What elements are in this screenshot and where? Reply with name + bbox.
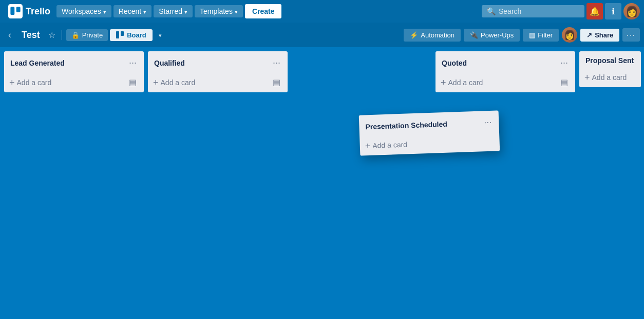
floating-list-presentation-scheduled: Presentation Scheduled ··· + Add a card <box>359 110 500 155</box>
recent-menu[interactable]: Recent <box>113 5 151 17</box>
private-label: Private <box>82 31 103 39</box>
bell-icon: 🔔 <box>590 7 600 16</box>
svg-rect-2 <box>16 7 21 12</box>
lightning-icon: ⚡ <box>410 31 418 39</box>
star-button[interactable]: ☆ <box>46 28 58 42</box>
list-qualified-header: Qualified ··· <box>148 51 288 72</box>
user-avatar[interactable]: 👩 <box>623 3 640 19</box>
board-canvas: Lead Generated ··· + Add a card ▤ Qualif… <box>0 47 644 319</box>
svg-rect-4 <box>121 31 124 36</box>
share-button[interactable]: ↗ Share <box>580 29 619 42</box>
notification-icon-button[interactable]: 🔔 <box>586 3 603 19</box>
more-options-button[interactable] <box>622 28 640 42</box>
filter-label: Filter <box>538 31 553 39</box>
add-card-proposal-sent-label: Add a card <box>592 73 627 82</box>
view-dropdown-button[interactable] <box>155 28 166 42</box>
add-card-qualified-label: Add a card <box>161 78 196 87</box>
board-view-button[interactable]: Board <box>110 29 153 41</box>
starred-chevron-icon <box>184 7 187 15</box>
floating-list-footer: + Add a card <box>359 131 500 155</box>
filter-icon: ▦ <box>529 31 535 39</box>
board-avatar[interactable]: 👩 <box>562 27 577 43</box>
list-qualified-title: Qualified <box>154 59 270 67</box>
plus-icon: + <box>9 78 15 87</box>
add-card-qualified-button[interactable]: + Add a card <box>152 76 270 89</box>
add-card-lead-generated-template-button[interactable]: ▤ <box>126 75 140 89</box>
automation-button[interactable]: ⚡ Automation <box>404 29 461 42</box>
share-icon: ↗ <box>586 31 592 39</box>
list-proposal-sent-footer: + Add a card <box>579 68 641 87</box>
info-icon-button[interactable]: ℹ <box>605 3 621 19</box>
templates-label: Templates <box>200 7 233 15</box>
list-proposal-sent-header: Proposal Sent <box>579 51 641 68</box>
list-quoted-footer: + Add a card ▤ <box>435 72 575 92</box>
list-proposal-sent: Proposal Sent + Add a card <box>579 51 641 87</box>
floating-list-title: Presentation Scheduled <box>365 118 481 131</box>
list-lead-generated-header: Lead Generated ··· <box>4 51 144 72</box>
add-card-quoted-label: Add a card <box>448 78 483 87</box>
share-label: Share <box>595 31 613 39</box>
list-quoted: Quoted ··· + Add a card ▤ <box>435 51 575 92</box>
add-card-quoted-button[interactable]: + Add a card <box>440 76 557 89</box>
plus-icon: + <box>441 78 446 87</box>
template-icon: ▤ <box>560 78 568 87</box>
search-icon: 🔍 <box>487 7 496 15</box>
starred-label: Starred <box>159 7 182 15</box>
plus-icon: + <box>584 73 590 82</box>
trello-wordmark: Trello <box>26 6 50 17</box>
svg-rect-0 <box>8 4 23 18</box>
powerups-button[interactable]: 🔌 Power-Ups <box>464 29 520 42</box>
list-lead-generated-menu-button[interactable]: ··· <box>126 56 140 69</box>
list-qualified: Qualified ··· + Add a card ▤ <box>148 51 288 92</box>
more-options-icon <box>627 31 636 39</box>
search-bar[interactable]: 🔍 Search <box>482 5 584 17</box>
add-card-proposal-sent-button[interactable]: + Add a card <box>583 71 637 84</box>
workspaces-menu[interactable]: Workspaces <box>56 5 111 17</box>
lock-icon: 🔒 <box>71 31 80 39</box>
list-lead-generated-footer: + Add a card ▤ <box>4 72 144 92</box>
list-lead-generated-title: Lead Generated <box>10 59 126 67</box>
list-quoted-menu-button[interactable]: ··· <box>557 56 571 69</box>
board-header: ‹ Test ☆ 🔒 Private Board ⚡ Automation 🔌 … <box>0 23 644 47</box>
top-nav: Trello Workspaces Recent Starred Templat… <box>0 0 644 23</box>
list-quoted-title: Quoted <box>442 59 557 67</box>
filter-button[interactable]: ▦ Filter <box>523 29 559 42</box>
board-avatar-image: 👩 <box>562 27 577 43</box>
list-qualified-menu-button[interactable]: ··· <box>270 56 283 69</box>
avatar-image: 👩 <box>623 3 640 19</box>
create-button[interactable]: Create <box>245 4 282 18</box>
add-card-qualified-template-button[interactable]: ▤ <box>270 75 283 89</box>
board-header-right: ⚡ Automation 🔌 Power-Ups ▦ Filter 👩 ↗ Sh… <box>404 27 640 43</box>
plus-icon: + <box>365 141 370 150</box>
starred-menu[interactable]: Starred <box>154 5 193 17</box>
templates-menu[interactable]: Templates <box>195 5 243 17</box>
add-card-presentation-button[interactable]: + Add a card <box>364 135 496 153</box>
header-divider <box>62 30 62 40</box>
board-view-label: Board <box>127 31 146 39</box>
private-button[interactable]: 🔒 Private <box>66 29 108 41</box>
list-lead-generated: Lead Generated ··· + Add a card ▤ <box>4 51 144 92</box>
templates-chevron-icon <box>235 7 238 15</box>
powerups-icon: 🔌 <box>470 31 478 39</box>
trello-logo[interactable]: Trello <box>4 2 54 21</box>
powerups-label: Power-Ups <box>481 31 514 39</box>
list-proposal-sent-title: Proposal Sent <box>585 56 637 65</box>
template-icon: ▤ <box>273 78 280 87</box>
board-view-icon <box>116 31 124 38</box>
floating-list-menu-button[interactable]: ··· <box>481 116 495 129</box>
workspaces-chevron-icon <box>103 7 106 15</box>
view-chevron-icon <box>159 30 162 39</box>
workspaces-label: Workspaces <box>62 7 101 15</box>
svg-rect-3 <box>116 31 119 38</box>
add-card-lead-generated-button[interactable]: + Add a card <box>8 76 126 89</box>
back-button[interactable]: ‹ <box>4 28 15 43</box>
info-icon: ℹ <box>612 7 615 16</box>
add-card-quoted-template-button[interactable]: ▤ <box>557 75 571 89</box>
list-qualified-footer: + Add a card ▤ <box>148 72 288 92</box>
recent-label: Recent <box>119 7 141 15</box>
add-card-presentation-label: Add a card <box>372 141 407 150</box>
search-placeholder: Search <box>499 7 521 15</box>
board-title[interactable]: Test <box>17 28 44 43</box>
recent-chevron-icon <box>143 7 146 15</box>
list-quoted-header: Quoted ··· <box>435 51 575 72</box>
